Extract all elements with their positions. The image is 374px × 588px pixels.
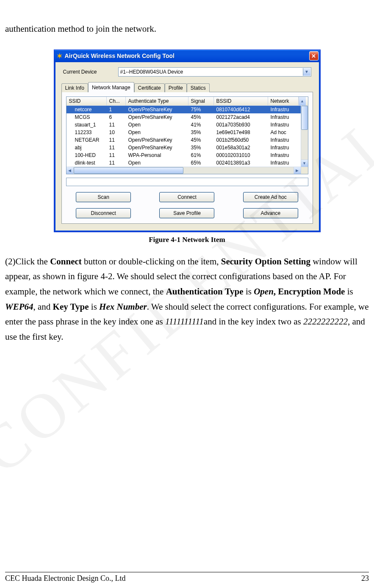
scroll-down-icon[interactable]: ▼ xyxy=(301,159,308,167)
tab-profile[interactable]: Profile xyxy=(165,83,187,92)
app-window: ✶ AirQuick Wireless Network Config Tool … xyxy=(54,49,321,232)
device-value: #1--HED08W04SUA Device xyxy=(120,69,183,75)
advance-button[interactable]: Advance xyxy=(243,208,298,218)
cell-ssid: NETGEAR xyxy=(72,136,107,144)
cell-signal: 75% xyxy=(188,106,214,113)
col-network[interactable]: Network xyxy=(268,97,299,105)
vertical-scrollbar[interactable]: ▼ xyxy=(301,106,308,167)
cell-channel: 11 xyxy=(107,121,126,129)
tab-statics[interactable]: Statics xyxy=(187,83,210,92)
cell-signal: 65% xyxy=(188,159,214,167)
cell-signal: 35% xyxy=(188,129,214,136)
scroll-left-icon[interactable]: ◀ xyxy=(66,167,74,174)
network-table: SSID Ch... Authenticate Type Signal BSSI… xyxy=(66,96,308,174)
cell-ssid: 112233 xyxy=(72,129,107,136)
table-header: SSID Ch... Authenticate Type Signal BSSI… xyxy=(66,97,308,106)
cell-auth: Open xyxy=(126,121,188,129)
intro-text: authentication method to join the networ… xyxy=(5,22,369,37)
footer-page: 23 xyxy=(361,574,369,583)
cell-ssid: netcore xyxy=(72,106,107,113)
wifi-icon xyxy=(66,151,72,159)
table-row[interactable]: MCGS6Open/PreShareKey45%0021272acad4Infr… xyxy=(66,113,301,121)
table-row[interactable]: netcore1Open/PreShareKey75%0810740d6412I… xyxy=(66,106,301,113)
tab-link-info[interactable]: Link Info xyxy=(61,83,88,92)
cell-bssid: 0024013891a3 xyxy=(214,159,268,167)
cell-auth: WPA-Personal xyxy=(126,151,188,159)
scroll-thumb[interactable] xyxy=(301,106,308,130)
titlebar[interactable]: ✶ AirQuick Wireless Network Config Tool … xyxy=(54,50,320,62)
tab-network-manage[interactable]: Network Manage xyxy=(88,82,134,92)
cell-ssid: 100-HED xyxy=(72,151,107,159)
table-row[interactable]: stauart_111Open41%001a7035b930Infrastru xyxy=(66,121,301,129)
table-row[interactable]: 100-HED11WPA-Personal61%000102031010Infr… xyxy=(66,151,301,159)
figure: ✶ AirQuick Wireless Network Config Tool … xyxy=(5,49,369,232)
cell-bssid: 1e69e017e498 xyxy=(214,129,268,136)
cell-auth: Open xyxy=(126,159,188,167)
table-row[interactable]: abj11Open/PreShareKey35%001e58a301a2Infr… xyxy=(66,144,301,151)
wifi-icon xyxy=(66,121,72,129)
cell-bssid: 001e58a301a2 xyxy=(214,144,268,151)
page-footer: CEC Huada Electronic Design Co., Ltd 23 xyxy=(5,572,369,583)
cell-bssid: 001b2f560d50 xyxy=(214,136,268,144)
figure-caption: Figure 4-1 Network Item xyxy=(5,236,369,244)
scroll-up-icon[interactable]: ▲ xyxy=(299,97,306,105)
tab-body: SSID Ch... Authenticate Type Signal BSSI… xyxy=(61,92,313,224)
table-row[interactable]: dlink-test11Open65%0024013891a3Infrastru xyxy=(66,159,301,167)
wifi-icon xyxy=(66,144,72,151)
cell-network: Infrastru xyxy=(268,136,299,144)
create-adhoc-button[interactable]: Create Ad hoc xyxy=(243,192,298,202)
cell-signal: 45% xyxy=(188,113,214,121)
tab-certificate[interactable]: Certificate xyxy=(134,83,165,92)
device-label: Current Device xyxy=(63,69,114,75)
cell-signal: 41% xyxy=(188,121,214,129)
cell-ssid: abj xyxy=(72,144,107,151)
h-scroll-thumb[interactable] xyxy=(74,167,184,174)
col-signal[interactable]: Signal xyxy=(188,97,214,105)
scan-button[interactable]: Scan xyxy=(76,192,131,202)
cell-ssid: dlink-test xyxy=(72,159,107,167)
cell-ssid: stauart_1 xyxy=(72,121,107,129)
window-client: Current Device #1--HED08W04SUA Device ▼ … xyxy=(54,62,320,232)
cell-auth: Open/PreShareKey xyxy=(126,136,188,144)
cell-network: Infrastru xyxy=(268,144,299,151)
close-button[interactable]: ✕ xyxy=(309,51,319,60)
tabs: Link Info Network Manage Certificate Pro… xyxy=(61,82,313,92)
cell-network: Infrastru xyxy=(268,121,299,129)
cell-channel: 11 xyxy=(107,159,126,167)
app-icon: ✶ xyxy=(57,52,62,60)
cell-channel: 11 xyxy=(107,151,126,159)
save-profile-button[interactable]: Save Profile xyxy=(159,208,214,218)
cell-network: Infrastru xyxy=(268,151,299,159)
col-auth[interactable]: Authenticate Type xyxy=(126,97,188,105)
cell-bssid: 000102031010 xyxy=(214,151,268,159)
wifi-icon xyxy=(66,159,72,167)
status-input[interactable] xyxy=(66,178,308,186)
wifi-icon xyxy=(66,106,72,113)
cell-bssid: 0021272acad4 xyxy=(214,113,268,121)
col-channel[interactable]: Ch... xyxy=(107,97,126,105)
disconnect-button[interactable]: Disconnect xyxy=(76,208,131,218)
connect-button[interactable]: Connect xyxy=(159,192,214,202)
col-ssid[interactable]: SSID xyxy=(66,97,107,105)
cell-auth: Open xyxy=(126,129,188,136)
cell-channel: 11 xyxy=(107,144,126,151)
cell-signal: 35% xyxy=(188,144,214,151)
wifi-icon xyxy=(66,129,72,136)
cell-network: Ad hoc xyxy=(268,129,299,136)
device-dropdown[interactable]: #1--HED08W04SUA Device ▼ xyxy=(118,67,311,77)
wifi-icon xyxy=(66,136,72,144)
close-icon: ✕ xyxy=(311,53,316,59)
cell-bssid: 0810740d6412 xyxy=(214,106,268,113)
cell-ssid: MCGS xyxy=(72,113,107,121)
scroll-right-icon[interactable]: ▶ xyxy=(294,167,301,174)
cell-auth: Open/PreShareKey xyxy=(126,113,188,121)
cell-network: Infrastru xyxy=(268,106,299,113)
table-row[interactable]: 11223310Open35%1e69e017e498Ad hoc xyxy=(66,129,301,136)
footer-left: CEC Huada Electronic Design Co., Ltd xyxy=(5,574,125,583)
cell-bssid: 001a7035b930 xyxy=(214,121,268,129)
horizontal-scrollbar[interactable]: ◀ ▶ xyxy=(66,167,308,174)
table-row[interactable]: NETGEAR11Open/PreShareKey45%001b2f560d50… xyxy=(66,136,301,144)
wifi-icon xyxy=(66,113,72,121)
col-bssid[interactable]: BSSID xyxy=(214,97,268,105)
cell-channel: 1 xyxy=(107,106,126,113)
